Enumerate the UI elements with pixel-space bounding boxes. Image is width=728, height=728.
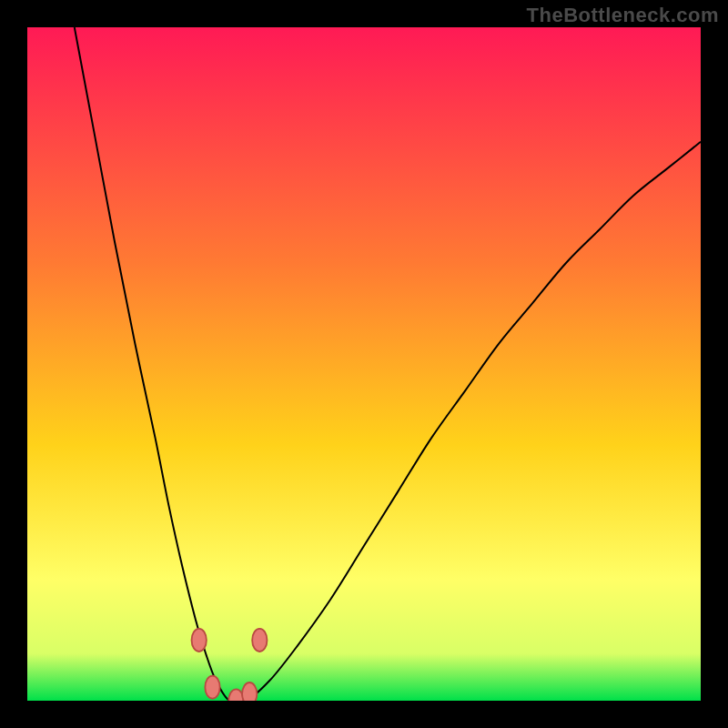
watermark-text: TheBottleneck.com bbox=[527, 4, 719, 27]
plot-svg bbox=[27, 27, 701, 701]
curve-marker bbox=[205, 676, 219, 699]
curve-marker bbox=[192, 629, 207, 652]
plot-background bbox=[27, 27, 701, 701]
curve-marker bbox=[252, 629, 267, 652]
curve-marker bbox=[242, 682, 257, 701]
chart-container: { "watermark": "TheBottleneck.com", "col… bbox=[0, 0, 728, 728]
